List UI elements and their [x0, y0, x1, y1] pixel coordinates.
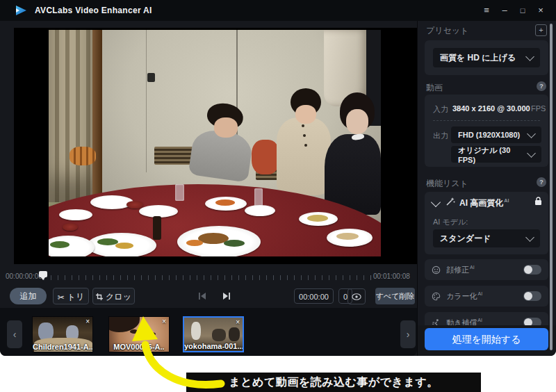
- timeline-end-time: 00:01:00:08: [373, 272, 410, 280]
- title-bar: AVCLabs Video Enhancer AI ≡ – □ ×: [0, 0, 556, 21]
- output-fps-value: オリジナル (30 FPS): [458, 145, 528, 164]
- features-help-icon[interactable]: ?: [537, 177, 546, 187]
- output-resolution-value: FHD (1920X1080): [458, 131, 520, 139]
- output-fps-dropdown[interactable]: オリジナル (30 FPS): [451, 146, 541, 163]
- clip-item-children1941[interactable]: × Children1941-A..: [32, 316, 93, 352]
- clip-name: yokohama-001...: [184, 342, 243, 350]
- preset-panel: 画質を HD に上げる: [425, 40, 548, 75]
- preset-dropdown[interactable]: 画質を HD に上げる: [433, 48, 540, 67]
- clip-name: Children1941-A..: [33, 343, 92, 351]
- ai-superscript: AI: [478, 291, 483, 296]
- clip-strip: ‹ × Children1941-A.. × MOV00066-A.. × yo…: [0, 308, 417, 356]
- clip-close-icon[interactable]: ×: [162, 318, 166, 325]
- crop-icon: [96, 293, 103, 300]
- chevron-down-icon: [525, 52, 534, 61]
- video-help-icon[interactable]: ?: [537, 81, 546, 91]
- toggle-knob: [524, 266, 532, 274]
- maximize-icon[interactable]: □: [516, 3, 530, 17]
- window-controls: ≡ – □ ×: [480, 3, 548, 17]
- chevron-down-icon: [527, 149, 536, 158]
- output-resolution-dropdown[interactable]: FHD (1920X1080): [451, 126, 541, 143]
- skip-back-icon[interactable]: [197, 291, 207, 301]
- close-icon[interactable]: ×: [534, 3, 548, 17]
- chevron-down-icon: [527, 129, 536, 138]
- annotation-text: まとめて動画を読み込む事ができます。: [229, 375, 439, 390]
- video-preview-container: [14, 28, 417, 264]
- ai-model-label: AI モデル:: [433, 217, 468, 227]
- app-title: AVCLabs Video Enhancer AI: [35, 6, 152, 15]
- clip-close-icon[interactable]: ×: [236, 318, 240, 326]
- colorize-toggle[interactable]: [523, 291, 541, 301]
- clips-prev-button[interactable]: ‹: [7, 320, 22, 348]
- ai-model-dropdown[interactable]: スタンダード: [433, 229, 540, 247]
- clip-item-yokohama-selected[interactable]: × yokohama-001...: [183, 316, 244, 352]
- video-info-panel: 入力 3840 x 2160 @ 30.000 FPS 出力 FHD (1920…: [425, 95, 548, 167]
- sidebar-scrollbar[interactable]: [550, 24, 553, 350]
- preset-section-title: プリセット: [426, 25, 468, 37]
- app-logo-icon: [15, 5, 27, 16]
- ai-superscript: AI: [470, 265, 475, 270]
- timeline-ruler[interactable]: [43, 275, 371, 280]
- crop-button[interactable]: クロップ: [92, 288, 135, 304]
- ai-enhance-panel: AI 高画質化AI AI モデル: スタンダード: [425, 192, 548, 254]
- ai-superscript: AI: [504, 198, 509, 203]
- scissors-icon: ✂: [58, 289, 65, 306]
- skip-forward-icon[interactable]: [222, 291, 231, 301]
- preview-eye-button[interactable]: [348, 288, 366, 304]
- settings-sidebar: プリセット + 画質を HD に上げる 動画 ? 入力 3840 x 2160 …: [417, 21, 556, 356]
- clip-name: MOV00066-A..: [109, 343, 169, 351]
- annotation-bar: まとめて動画を読み込む事ができます。: [186, 373, 481, 392]
- delete-all-button[interactable]: すべて削除: [375, 288, 415, 304]
- collapse-chevron-icon[interactable]: [431, 197, 441, 207]
- face-restore-toggle[interactable]: [523, 265, 541, 275]
- current-time-field[interactable]: 00:00:00: [294, 288, 334, 304]
- magic-wand-icon: [445, 197, 455, 206]
- feature-row-colorize: カラー化AI: [425, 286, 548, 307]
- preset-value: 画質を HD に上げる: [440, 52, 516, 64]
- app-window: AVCLabs Video Enhancer AI ≡ – □ ×: [0, 0, 556, 356]
- timeline-start-time: 00:00:00:00: [6, 272, 42, 280]
- toggle-knob: [524, 292, 532, 300]
- ai-superscript: AI: [477, 318, 482, 322]
- feature-row-face-restore: 顔修正AI: [425, 259, 548, 280]
- feature-label: 顔修正AI: [446, 265, 475, 275]
- video-frame: [49, 30, 381, 256]
- timeline-playhead[interactable]: [39, 271, 47, 277]
- feature-label: カラー化AI: [446, 291, 482, 302]
- input-label: 入力: [433, 104, 448, 115]
- features-section-title: 機能リスト: [426, 178, 468, 190]
- clips-next-button[interactable]: ›: [400, 320, 416, 348]
- input-resolution-value: 3840 x 2160 @ 30.000: [452, 104, 530, 113]
- start-button-area: 処理を開始する: [418, 325, 556, 356]
- lock-icon: [534, 197, 542, 206]
- trim-button[interactable]: ✂トリム: [53, 288, 89, 304]
- minimize-icon[interactable]: –: [498, 3, 512, 17]
- chevron-down-icon: [525, 233, 534, 242]
- video-section-title: 動画: [426, 82, 443, 94]
- menu-icon[interactable]: ≡: [480, 3, 493, 17]
- add-button[interactable]: 追加: [10, 288, 47, 304]
- start-processing-button[interactable]: 処理を開始する: [425, 328, 548, 350]
- divider: [433, 120, 540, 121]
- output-label: 出力: [433, 131, 448, 141]
- palette-icon: [432, 292, 441, 301]
- clip-item-mov00066[interactable]: × MOV00066-A..: [108, 316, 170, 352]
- ai-model-value: スタンダード: [440, 233, 491, 245]
- input-fps-unit: FPS: [531, 104, 546, 113]
- face-icon: [432, 266, 441, 275]
- add-preset-button[interactable]: +: [535, 24, 547, 36]
- clip-close-icon[interactable]: ×: [85, 318, 90, 325]
- ai-enhance-label: AI 高画質化AI: [459, 197, 509, 209]
